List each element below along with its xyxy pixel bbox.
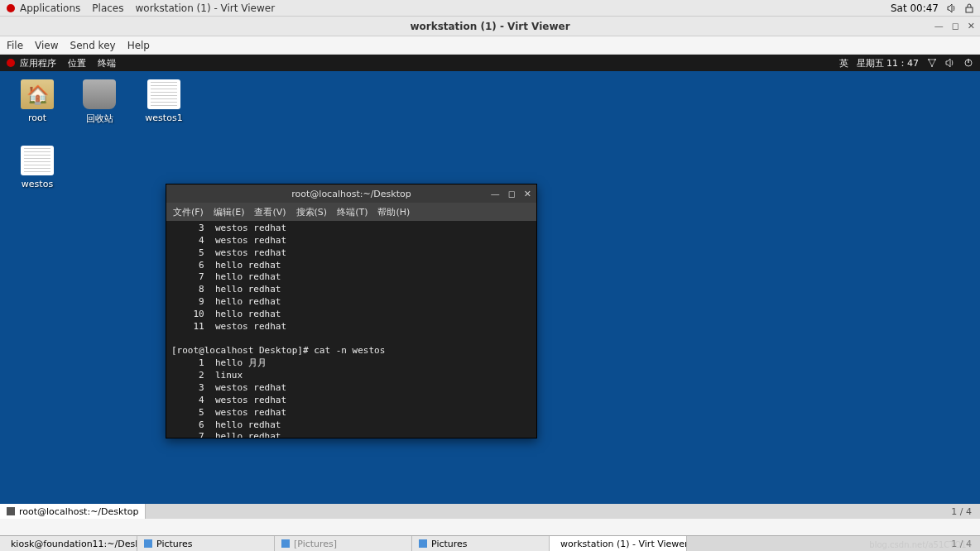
folder-icon: 🏠: [21, 79, 54, 109]
guest-menu-applications[interactable]: 应用程序: [20, 57, 56, 69]
task-label: Pictures: [156, 539, 193, 549]
guest-clock: 星期五 11：47: [857, 57, 920, 69]
task-label: [Pictures]: [294, 539, 337, 549]
task-label: root@localhost:~/Desktop: [19, 506, 138, 517]
trash-icon: [83, 79, 116, 109]
host-top-panel: Applications Places workstation (1) - Vi…: [0, 0, 980, 17]
vv-menu-file[interactable]: File: [7, 40, 23, 51]
terminal-body[interactable]: 3 westos redhat 4 westos redhat 5 westos…: [166, 221, 536, 438]
taskbar-item-kiosk-terminal[interactable]: kiosk@foundation11:~/Desktop: [0, 536, 137, 551]
power-icon[interactable]: [963, 58, 973, 68]
guest-menu-places[interactable]: 位置: [68, 57, 86, 69]
redhat-icon: [7, 4, 15, 12]
redhat-icon: [7, 59, 15, 67]
minimize-button[interactable]: —: [934, 21, 944, 31]
task-label: workstation (1) - Virt Viewer: [560, 539, 687, 549]
task-label: Pictures: [431, 539, 468, 549]
taskbar-item-pictures-1[interactable]: Pictures: [137, 536, 275, 551]
term-menu-edit[interactable]: 编辑(E): [214, 206, 245, 218]
host-clock: Sat 00:47: [891, 2, 939, 14]
term-menu-file[interactable]: 文件(F): [173, 206, 204, 218]
svg-rect-0: [966, 7, 973, 12]
host-menu-applications[interactable]: Applications: [20, 2, 80, 14]
file-icon: [147, 79, 180, 109]
terminal-titlebar[interactable]: root@localhost:~/Desktop — ◻ ✕: [166, 184, 536, 203]
guest-desktop[interactable]: 应用程序 位置 终端 英 星期五 11：47 🏠 root 回收站 westos…: [0, 55, 980, 519]
desktop-icon-trash[interactable]: 回收站: [74, 79, 124, 125]
network-icon[interactable]: [927, 58, 937, 68]
volume-icon[interactable]: [945, 58, 955, 68]
terminal-menubar: 文件(F) 编辑(E) 查看(V) 搜索(S) 终端(T) 帮助(H): [166, 203, 536, 221]
host-menu-places[interactable]: Places: [92, 2, 123, 14]
term-menu-search[interactable]: 搜索(S): [296, 206, 328, 218]
taskbar-item-terminal[interactable]: root@localhost:~/Desktop: [0, 504, 146, 519]
icon-label: westos: [12, 179, 62, 189]
term-menu-terminal[interactable]: 终端(T): [337, 206, 368, 218]
task-label: kiosk@foundation11:~/Desktop: [11, 539, 137, 549]
taskbar-item-pictures-3[interactable]: Pictures: [412, 536, 550, 551]
icon-label: root: [12, 113, 62, 123]
term-menu-help[interactable]: 帮助(H): [377, 206, 410, 218]
icon-label: westos1: [139, 113, 189, 123]
virt-viewer-menubar: File View Send key Help: [0, 36, 980, 55]
terminal-window[interactable]: root@localhost:~/Desktop — ◻ ✕ 文件(F) 编辑(…: [166, 184, 537, 438]
folder-icon: [144, 539, 152, 548]
taskbar-item-pictures-2[interactable]: [Pictures]: [275, 536, 412, 551]
folder-icon: [281, 539, 290, 548]
guest-top-panel: 应用程序 位置 终端 英 星期五 11：47: [0, 55, 980, 71]
icon-label: 回收站: [74, 113, 124, 125]
virt-viewer-titlebar: workstation (1) - Virt Viewer — ◻ ✕: [0, 17, 980, 36]
vv-menu-view[interactable]: View: [35, 40, 58, 51]
taskbar-item-virt-viewer[interactable]: workstation (1) - Virt Viewer: [550, 536, 687, 551]
volume-icon[interactable]: [947, 3, 957, 13]
maximize-button[interactable]: ◻: [952, 21, 959, 31]
vv-menu-help[interactable]: Help: [127, 40, 150, 51]
maximize-button[interactable]: ◻: [508, 189, 516, 199]
host-app-title[interactable]: workstation (1) - Virt Viewer: [135, 2, 275, 14]
close-button[interactable]: ✕: [524, 189, 531, 199]
term-menu-view[interactable]: 查看(V): [254, 206, 286, 218]
virt-viewer-title: workstation (1) - Virt Viewer: [410, 21, 569, 32]
host-workspace-pager[interactable]: 1 / 4: [951, 539, 980, 549]
minimize-button[interactable]: —: [491, 189, 500, 199]
host-taskbar: kiosk@foundation11:~/Desktop Pictures [P…: [0, 535, 980, 551]
input-method-indicator[interactable]: 英: [839, 57, 848, 69]
desktop-icon-westos[interactable]: westos: [12, 146, 62, 189]
guest-menu-terminal[interactable]: 终端: [98, 57, 116, 69]
terminal-title: root@localhost:~/Desktop: [291, 189, 411, 199]
terminal-icon: [7, 507, 15, 515]
folder-icon: [419, 539, 427, 548]
workspace-pager[interactable]: 1 / 4: [951, 506, 980, 517]
desktop-icon-root[interactable]: 🏠 root: [12, 79, 62, 123]
guest-taskbar: root@localhost:~/Desktop 1 / 4: [0, 504, 980, 519]
file-icon: [21, 146, 54, 175]
close-button[interactable]: ✕: [968, 21, 975, 31]
lock-icon[interactable]: [965, 3, 973, 13]
vv-menu-sendkey[interactable]: Send key: [70, 40, 116, 51]
desktop-icon-westos1[interactable]: westos1: [139, 79, 189, 123]
